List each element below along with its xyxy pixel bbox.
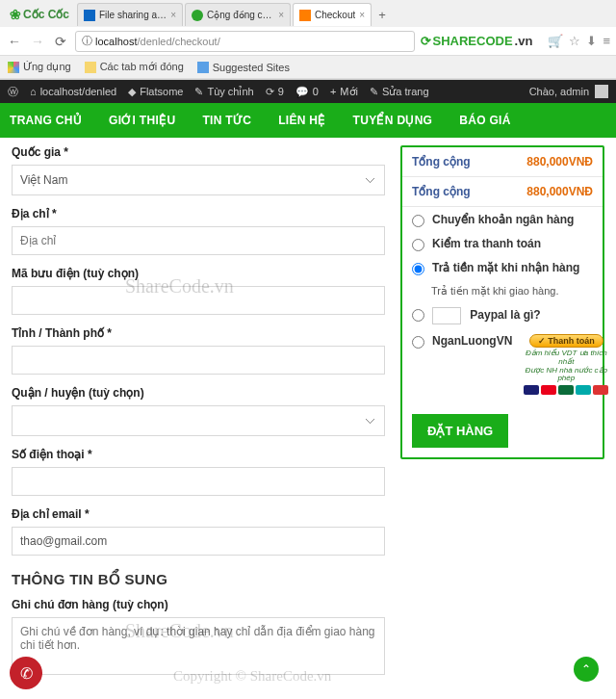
wp-new[interactable]: +Mới (330, 86, 358, 98)
wp-comments[interactable]: 💬0 (295, 86, 319, 98)
diamond-icon: ◆ (128, 86, 136, 98)
wp-user-menu[interactable]: Chào, admin (529, 85, 608, 98)
cart-icon[interactable]: 🛒 (548, 34, 563, 48)
bookmark-apps[interactable]: Ứng dụng (8, 61, 71, 73)
zip-label: Mã bưu điện (tuỳ chọn) (12, 267, 385, 280)
nganluong-badge: ✓ Thanh toán Đảm hiểu VDT ưa thích nhất … (524, 334, 608, 395)
leaf-icon: ❀ (10, 7, 21, 22)
wp-flatsome[interactable]: ◆Flatsome (128, 86, 183, 98)
nav-home[interactable]: TRANG CHỦ (10, 114, 82, 127)
download-icon[interactable]: ⬇ (586, 34, 597, 48)
toolbar-icons: 🛒 ☆ ⬇ ≡ (542, 34, 610, 48)
payment-bank-radio[interactable] (412, 215, 424, 227)
payment-paypal[interactable]: Paypal là gì? (412, 307, 593, 324)
zip-input[interactable] (12, 286, 385, 315)
payment-nganluong[interactable]: NganLuongVN ✓ Thanh toán Đảm hiểu VDT ưa… (412, 334, 593, 395)
nav-about[interactable]: GIỚI THIỆU (109, 114, 175, 127)
close-icon[interactable]: × (359, 10, 365, 20)
notes-textarea[interactable] (12, 617, 385, 675)
nav-pricing[interactable]: BÁO GIÁ (459, 114, 510, 127)
wp-edit-label: Sửa trang (382, 86, 429, 98)
email-label: Địa chỉ email * (12, 507, 385, 521)
address-label: Địa chỉ * (12, 207, 385, 220)
app-logo: ❀ Cốc Cốc (4, 7, 75, 22)
payment-cod[interactable]: Trả tiền mặt khi nhận hàng (412, 261, 593, 275)
order-summary-box: Tổng cộng 880,000VNĐ Tổng cộng 880,000VN… (400, 145, 604, 459)
grand-total-value: 880,000VNĐ (526, 185, 593, 198)
district-label: Quận / huyện (tuỳ chọn) (12, 386, 385, 400)
phone-icon: ✆ (20, 664, 33, 683)
brand-watermark: ⟳ SHARECODE.vn (421, 34, 537, 48)
payment-check-radio[interactable] (412, 239, 424, 251)
tab-2[interactable]: Checkout × (293, 3, 372, 26)
district-select[interactable] (12, 405, 385, 436)
nganluong-pill: ✓ Thanh toán (529, 334, 603, 348)
place-order-button[interactable]: ĐẶT HÀNG (412, 414, 508, 448)
bookmark-label: Ứng dụng (23, 61, 71, 73)
payment-nganluong-radio[interactable] (412, 336, 424, 349)
payment-label: Trả tiền mặt khi nhận hàng (432, 261, 579, 274)
forward-button[interactable]: → (29, 34, 46, 49)
favicon-icon (192, 10, 203, 21)
phone-fab[interactable]: ✆ (10, 657, 42, 689)
country-select[interactable]: Việt Nam (12, 165, 385, 195)
phone-label: Số điện thoại * (12, 448, 385, 461)
wp-updates-count: 9 (278, 86, 284, 97)
page-icon (197, 62, 209, 73)
nav-hiring[interactable]: TUYỂN DỤNG (353, 114, 433, 127)
scroll-top-button[interactable]: ⌃ (574, 657, 599, 682)
payment-cod-radio[interactable] (412, 263, 424, 275)
wp-edit[interactable]: ✎Sửa trang (370, 86, 429, 98)
wp-updates[interactable]: ⟳9 (266, 86, 284, 98)
plus-icon: + (330, 86, 336, 97)
favicon-icon (84, 10, 95, 21)
notes-label: Ghi chú đơn hàng (tuỳ chọn) (12, 598, 385, 611)
grand-total-label: Tổng cộng (412, 185, 471, 198)
wp-logo-icon[interactable]: ⓦ (8, 85, 18, 99)
new-tab-button[interactable]: + (373, 8, 391, 22)
wp-item-label: Tùy chỉnh (207, 86, 253, 98)
paypal-label: Paypal là gì? (470, 308, 540, 322)
extra-heading: THÔNG TIN BỔ SUNG (12, 571, 385, 588)
email-input[interactable] (12, 527, 385, 556)
city-input[interactable] (12, 346, 385, 375)
payment-check[interactable]: Kiểm tra thanh toán (412, 237, 593, 251)
payment-label: Kiểm tra thanh toán (432, 237, 541, 250)
bookmark-bar: Ứng dụng Các tab mới đóng Suggested Site… (0, 56, 616, 79)
bookmark-label: Các tab mới đóng (100, 61, 184, 73)
star-icon[interactable]: ☆ (569, 34, 580, 48)
wp-new-label: Mới (340, 86, 358, 98)
payment-paypal-radio[interactable] (412, 309, 424, 322)
bookmark-suggested[interactable]: Suggested Sites (197, 62, 290, 73)
tab-1[interactable]: Cộng đồng chia sẻ và do × (185, 3, 291, 26)
close-icon[interactable]: × (170, 10, 176, 20)
total-value: 880,000VNĐ (526, 155, 593, 168)
url-host: localhost (95, 36, 137, 47)
bookmark-recent[interactable]: Các tab mới đóng (85, 61, 184, 73)
visa-icon (524, 385, 539, 395)
menu-icon[interactable]: ≡ (603, 34, 610, 48)
tab-0[interactable]: File sharing and storage m × (77, 3, 183, 26)
payment-label: Chuyển khoản ngân hàng (432, 213, 574, 226)
url-input[interactable]: ⓘ localhost /denled/checkout/ (75, 31, 415, 52)
url-bar: ← → ⟳ ⓘ localhost /denled/checkout/ ⟳ SH… (0, 27, 616, 56)
country-label: Quốc gia * (12, 145, 385, 159)
phone-input[interactable] (12, 467, 385, 496)
home-icon: ⌂ (30, 86, 37, 97)
folder-icon (85, 62, 96, 73)
wp-admin-bar: ⓦ ⌂localhost/denled ◆Flatsome ✎Tùy chỉnh… (0, 80, 616, 103)
favicon-icon (299, 10, 311, 21)
pencil-icon: ✎ (370, 86, 378, 98)
brand-text: SHARECODE (433, 34, 513, 48)
nav-contact[interactable]: LIÊN HỆ (278, 114, 325, 127)
reload-button[interactable]: ⟳ (52, 34, 69, 49)
bookmark-label: Suggested Sites (213, 62, 290, 73)
close-icon[interactable]: × (278, 10, 284, 20)
wp-customize[interactable]: ✎Tùy chỉnh (194, 86, 253, 98)
address-input[interactable] (12, 226, 385, 255)
payment-bank[interactable]: Chuyển khoản ngân hàng (412, 213, 593, 227)
grid-icon (8, 62, 19, 73)
back-button[interactable]: ← (6, 34, 23, 49)
wp-site[interactable]: ⌂localhost/denled (30, 86, 116, 97)
nav-news[interactable]: TIN TỨC (202, 114, 251, 127)
